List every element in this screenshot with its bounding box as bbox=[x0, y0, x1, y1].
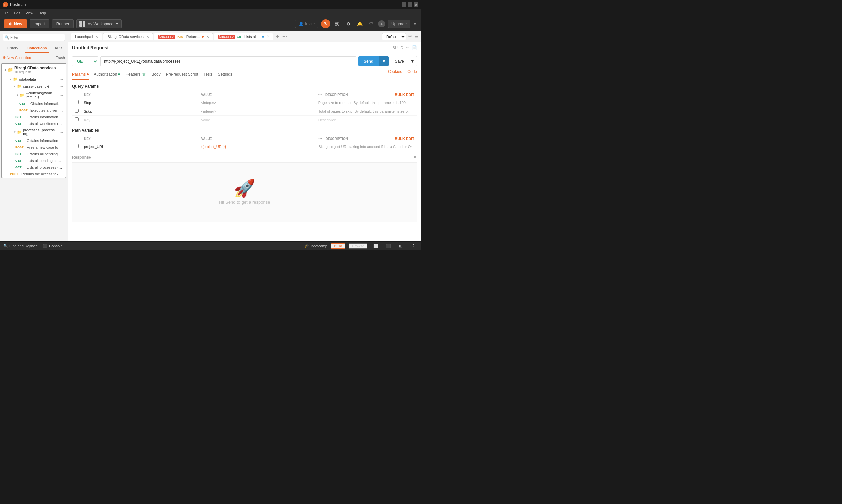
console-item[interactable]: ⬛ Console bbox=[43, 244, 62, 248]
req-tab-authorization[interactable]: Authorization bbox=[94, 69, 120, 80]
request-get-lists-processes[interactable]: GET Lists all processes (applicable to a… bbox=[2, 164, 66, 170]
menu-view[interactable]: View bbox=[25, 11, 33, 15]
new-collection-button[interactable]: ⊕ New Collection bbox=[3, 55, 31, 60]
menu-edit[interactable]: Edit bbox=[14, 11, 20, 15]
environment-select[interactable]: Default bbox=[382, 33, 406, 40]
tab-deleted-post[interactable]: [DELETED] POST Return... ✕ bbox=[154, 33, 213, 40]
close-button[interactable]: ✕ bbox=[414, 2, 418, 7]
bell-icon[interactable]: 🔔 bbox=[355, 20, 364, 28]
row-checkbox[interactable] bbox=[74, 109, 79, 113]
heart-icon[interactable]: ♡ bbox=[367, 20, 375, 28]
send-button[interactable]: Send bbox=[358, 56, 379, 66]
req-tab-tests[interactable]: Tests bbox=[203, 69, 212, 80]
row-checkbox[interactable] bbox=[74, 100, 79, 104]
tab-history[interactable]: History bbox=[0, 44, 25, 53]
row-checkbox[interactable] bbox=[74, 144, 79, 148]
maximize-button[interactable]: □ bbox=[408, 2, 412, 7]
settings-button[interactable]: ☰ bbox=[414, 34, 418, 39]
cookies-link[interactable]: Cookies bbox=[388, 69, 402, 80]
url-input[interactable] bbox=[100, 56, 356, 66]
sync-icon[interactable]: ↻ bbox=[321, 19, 330, 29]
code-link[interactable]: Code bbox=[408, 69, 417, 80]
save-button[interactable]: Save bbox=[391, 56, 408, 66]
key-cell[interactable]: project_URL bbox=[81, 142, 198, 151]
edit-icon[interactable]: ✏ bbox=[406, 46, 409, 50]
req-tab-pre-request[interactable]: Pre-request Script bbox=[166, 69, 198, 80]
dropdown-arrow[interactable]: ▼ bbox=[413, 21, 417, 26]
close-tab-icon[interactable]: ✕ bbox=[146, 35, 149, 39]
key-cell[interactable]: Key bbox=[81, 115, 198, 124]
upgrade-button[interactable]: Upgrade bbox=[388, 20, 410, 28]
find-replace-item[interactable]: 🔍 Find and Replace bbox=[3, 244, 38, 248]
folder-workitems[interactable]: ▾ 📁 workitems({work Item Id}) ••• bbox=[2, 90, 66, 100]
close-tab-icon[interactable]: ✕ bbox=[96, 35, 98, 39]
add-icon[interactable]: + bbox=[378, 20, 385, 28]
bulk-edit-button[interactable]: Bulk Edit bbox=[395, 93, 414, 97]
more-icon[interactable]: ••• bbox=[59, 85, 63, 88]
request-get-process-info[interactable]: GET Obtains information about a given pr… bbox=[2, 138, 66, 144]
request-post-new-case[interactable]: POST Fires a new case for a given proces… bbox=[2, 144, 66, 151]
close-tab-icon[interactable]: ✕ bbox=[206, 35, 209, 39]
new-tab-button[interactable]: + bbox=[274, 33, 281, 40]
row-checkbox[interactable] bbox=[74, 117, 79, 121]
minimize-button[interactable]: — bbox=[402, 2, 407, 7]
value-cell[interactable]: <integer> bbox=[198, 98, 315, 107]
link-icon[interactable]: ⛓ bbox=[333, 20, 341, 28]
response-chevron-icon[interactable]: ▼ bbox=[413, 155, 417, 160]
split-icon[interactable]: ⬛ bbox=[384, 242, 393, 250]
tab-bizagi[interactable]: Bizagi OData services ✕ bbox=[103, 33, 153, 40]
bulk-edit-button[interactable]: Bulk Edit bbox=[395, 137, 414, 141]
tab-collections[interactable]: Collections bbox=[25, 44, 50, 53]
window-controls[interactable]: — □ ✕ bbox=[402, 2, 418, 7]
folder-processes[interactable]: ▾ 📁 processes({process Id}) ••• bbox=[2, 127, 66, 138]
menu-file[interactable]: File bbox=[3, 11, 8, 15]
key-cell[interactable]: $top bbox=[81, 98, 198, 107]
send-dropdown-button[interactable]: ▼ bbox=[379, 56, 389, 66]
gear-icon[interactable]: ⚙ bbox=[344, 20, 353, 28]
close-tab-icon[interactable]: ✕ bbox=[267, 35, 269, 38]
value-cell[interactable]: {{project_URL}} bbox=[198, 142, 315, 151]
request-get-workitems-list[interactable]: GET Lists all workitems (pending activit… bbox=[2, 120, 66, 127]
method-select[interactable]: GET bbox=[72, 56, 99, 66]
search-input[interactable] bbox=[3, 34, 65, 41]
tab-launchpad[interactable]: Launchpad ✕ bbox=[71, 33, 102, 40]
req-tab-settings[interactable]: Settings bbox=[218, 69, 233, 80]
menu-help[interactable]: Help bbox=[38, 11, 46, 15]
browse-status-button[interactable]: Browse bbox=[349, 244, 367, 249]
request-get-pending-cases[interactable]: GET Obtains all pending cases for a give… bbox=[2, 151, 66, 157]
request-get-lists-pending[interactable]: GET Lists all pending cases (applicable … bbox=[2, 157, 66, 164]
req-tab-body[interactable]: Body bbox=[152, 69, 160, 80]
request-get-pending-case[interactable]: GET Obtains information about a given pe… bbox=[2, 113, 66, 120]
key-cell[interactable]: $skip bbox=[81, 107, 198, 115]
collection-header[interactable]: ▾ 📁 Bizagi OData services 10 requests bbox=[2, 64, 66, 76]
more-icon[interactable]: ••• bbox=[59, 130, 63, 134]
more-icon[interactable]: ••• bbox=[59, 77, 63, 81]
save-dropdown-button[interactable]: ▼ bbox=[408, 56, 417, 66]
more-icon[interactable]: ••• bbox=[59, 93, 63, 97]
folder-odata-data[interactable]: ▾ 📁 odata/data ••• bbox=[2, 76, 66, 83]
request-post-workitem[interactable]: POST Executes a given workitem (pending … bbox=[2, 107, 66, 113]
value-cell[interactable]: <integer> bbox=[198, 107, 315, 115]
eye-button[interactable]: 👁 bbox=[408, 34, 412, 39]
more-button[interactable]: ••• bbox=[318, 93, 322, 97]
workspace-switcher[interactable]: My Workspace ▼ bbox=[76, 19, 122, 29]
tab-deleted-get[interactable]: [DELETED] GET Lists all ... ✕ bbox=[214, 33, 274, 40]
request-post-access-token[interactable]: POST Returns the access token to use all… bbox=[2, 170, 66, 178]
request-get-workitem[interactable]: GET Obtains information about a given wo… bbox=[2, 100, 66, 107]
runner-button[interactable]: Runner bbox=[52, 19, 73, 29]
help-icon[interactable]: ? bbox=[409, 242, 418, 250]
import-button[interactable]: Import bbox=[30, 19, 49, 29]
more-button[interactable]: ••• bbox=[318, 137, 322, 141]
build-status-button[interactable]: Build bbox=[331, 244, 345, 249]
new-button[interactable]: ⊕ New bbox=[4, 19, 27, 29]
layout-icon[interactable]: ⬜ bbox=[371, 242, 380, 250]
grid-icon[interactable]: ⊞ bbox=[396, 242, 405, 250]
req-tab-headers[interactable]: Headers (9) bbox=[125, 69, 146, 80]
bootcamp-item[interactable]: 🎓 Bootcamp bbox=[305, 244, 327, 248]
value-cell[interactable]: Value bbox=[198, 115, 315, 124]
doc-icon[interactable]: 📄 bbox=[412, 46, 417, 50]
more-tabs-button[interactable]: ••• bbox=[282, 33, 288, 40]
folder-cases[interactable]: ▾ 📁 cases({case Id}) ••• bbox=[2, 83, 66, 90]
invite-button[interactable]: 👤 Invite bbox=[295, 20, 318, 28]
tab-apis[interactable]: APIs bbox=[49, 44, 68, 53]
